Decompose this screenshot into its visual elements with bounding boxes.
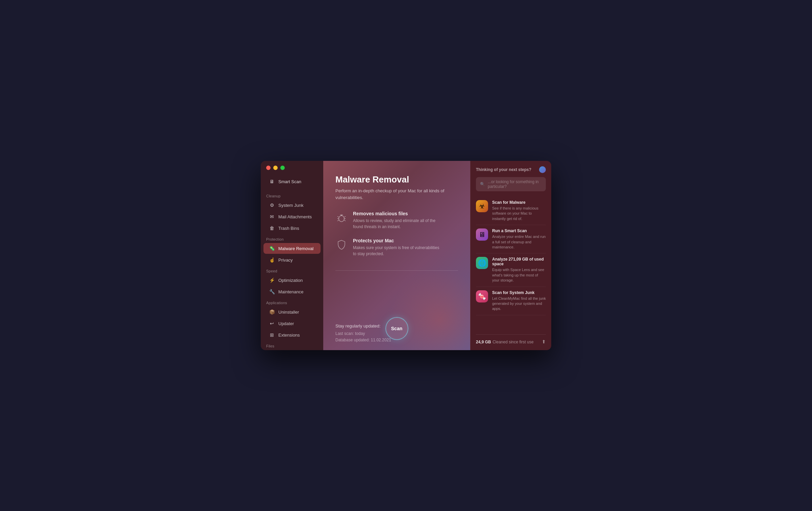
sidebar-item-extensions[interactable]: ⊞ Extensions [263, 330, 321, 340]
sidebar-label-maintenance: Maintenance [278, 289, 303, 294]
updater-icon: ↩ [269, 320, 275, 326]
scan-button[interactable]: Scan [385, 317, 408, 340]
search-placeholder-text: ...or looking for something in particula… [488, 179, 542, 189]
sidebar-item-maintenance[interactable]: 🔧 Maintenance [263, 286, 321, 297]
sidebar-label-extensions: Extensions [278, 333, 300, 338]
sidebar-label-malware-removal: Malware Removal [278, 246, 313, 251]
sidebar: 🖥 Smart Scan Cleanup ⚙ System Junk ✉ Mai… [261, 161, 323, 350]
feature-desc-removes: Allows to review, study and eliminate al… [353, 218, 441, 230]
panel-header: Thinking of your next steps? [476, 166, 546, 173]
panel-item-desc-space: Equip with Space Lens and see what's tak… [492, 267, 546, 283]
shield-icon [335, 239, 348, 251]
section-label-protection: Protection [261, 234, 323, 243]
maximize-button[interactable] [280, 166, 285, 170]
feature-title-protects: Protects your Mac [353, 238, 441, 243]
panel-item-analyze-space[interactable]: 🌐 Analyze 271,09 GB of used space Equip … [476, 253, 546, 287]
page-subtitle: Perform an in-depth checkup of your Mac … [335, 188, 450, 201]
sidebar-label-trash-bins: Trash Bins [278, 226, 299, 231]
section-label-speed: Speed [261, 266, 323, 274]
sidebar-label-mail-attachments: Mail Attachments [278, 214, 312, 219]
close-button[interactable] [266, 166, 271, 170]
sidebar-label-system-junk: System Junk [278, 203, 303, 208]
sidebar-smart-scan-label: Smart Scan [278, 179, 301, 184]
feature-protects-mac: Protects your Mac Makes sure your system… [335, 238, 458, 257]
app-window: 🖥 Smart Scan Cleanup ⚙ System Junk ✉ Mai… [261, 161, 551, 350]
panel-item-title-smart: Run a Smart Scan [492, 228, 546, 233]
sidebar-item-privacy[interactable]: ☝ Privacy [263, 254, 321, 265]
space-lens-panel-icon: 🌐 [476, 257, 488, 269]
panel-item-scan-junk[interactable]: 🍬 Scan for System Junk Let CleanMyMac fi… [476, 287, 546, 315]
panel-item-smart-scan[interactable]: 🖥 Run a Smart Scan Analyze your entire M… [476, 225, 546, 253]
malware-removal-icon: 🦠 [269, 245, 275, 251]
panel-item-desc-junk: Let CleanMyMac find all the junk generat… [492, 296, 546, 312]
panel-item-desc-malware: See if there is any malicious software o… [492, 206, 546, 221]
system-junk-icon: ⚙ [269, 202, 275, 208]
maintenance-icon: 🔧 [269, 289, 275, 295]
sidebar-item-updater[interactable]: ↩ Updater [263, 318, 321, 329]
right-panel: Thinking of your next steps? 🔍 ...or loo… [470, 161, 551, 350]
panel-dot [539, 166, 546, 173]
share-icon[interactable]: ⬆ [542, 339, 546, 344]
divider [335, 270, 458, 271]
section-label-files: Files [261, 341, 323, 349]
junk-panel-icon: 🍬 [476, 290, 488, 302]
uninstaller-icon: 📦 [269, 309, 275, 315]
sidebar-label-optimization: Optimization [278, 278, 303, 283]
sidebar-item-malware-removal[interactable]: 🦠 Malware Removal [263, 243, 321, 254]
panel-footer: 24,9 GB Cleaned since first use ⬆ [476, 334, 546, 345]
page-title: Malware Removal [335, 174, 458, 185]
feature-desc-protects: Makes sure your system is free of vulner… [353, 245, 441, 257]
section-label-cleanup: Cleanup [261, 191, 323, 199]
sidebar-item-space-lens[interactable]: ◎ Space Lens [263, 350, 321, 350]
sidebar-item-optimization[interactable]: ⚡ Optimization [263, 275, 321, 286]
extensions-icon: ⊞ [269, 332, 275, 338]
minimize-button[interactable] [273, 166, 278, 170]
smart-scan-icon: 🖥 [269, 178, 275, 185]
sidebar-label-updater: Updater [278, 321, 294, 326]
feature-removes-malicious: Removes malicious files Allows to review… [335, 211, 458, 230]
feature-list: Removes malicious files Allows to review… [335, 211, 458, 257]
scan-button-container: Scan [385, 317, 408, 340]
malware-panel-icon: ☣ [476, 200, 488, 212]
svg-line-9 [344, 220, 346, 221]
sidebar-label-uninstaller: Uninstaller [278, 310, 299, 315]
panel-item-title-malware: Scan for Malware [492, 200, 546, 205]
sidebar-item-trash-bins[interactable]: 🗑 Trash Bins [263, 223, 321, 234]
panel-title: Thinking of your next steps? [476, 167, 531, 172]
feature-title-removes: Removes malicious files [353, 211, 441, 216]
panel-item-title-junk: Scan for System Junk [492, 290, 546, 295]
panel-item-title-space: Analyze 271,09 GB of used space [492, 257, 546, 266]
sidebar-item-uninstaller[interactable]: 📦 Uninstaller [263, 307, 321, 317]
smart-scan-panel-icon: 🖥 [476, 228, 488, 241]
main-content: Malware Removal Perform an in-depth chec… [323, 161, 470, 350]
privacy-icon: ☝ [269, 257, 275, 263]
sidebar-item-mail-attachments[interactable]: ✉ Mail Attachments [263, 211, 321, 222]
svg-line-7 [344, 216, 346, 217]
cleaned-amount: 24,9 GB [476, 340, 491, 344]
sidebar-item-system-junk[interactable]: ⚙ System Junk [263, 200, 321, 211]
panel-item-scan-malware[interactable]: ☣ Scan for Malware See if there is any m… [476, 197, 546, 225]
sidebar-label-privacy: Privacy [278, 258, 293, 263]
trash-bins-icon: 🗑 [269, 225, 275, 231]
traffic-lights [266, 166, 285, 170]
panel-item-desc-smart: Analyze your entire Mac and run a full s… [492, 234, 546, 250]
bug-icon [335, 212, 348, 224]
cleaned-label: Cleaned since first use [492, 340, 533, 344]
sidebar-item-smart-scan[interactable]: 🖥 Smart Scan [263, 176, 321, 187]
search-icon: 🔍 [480, 182, 485, 187]
mail-attachments-icon: ✉ [269, 214, 275, 220]
optimization-icon: ⚡ [269, 277, 275, 283]
section-label-applications: Applications [261, 297, 323, 306]
search-bar[interactable]: 🔍 ...or looking for something in particu… [476, 177, 546, 191]
svg-line-6 [337, 220, 339, 221]
svg-point-0 [339, 216, 344, 222]
svg-line-4 [337, 216, 339, 217]
